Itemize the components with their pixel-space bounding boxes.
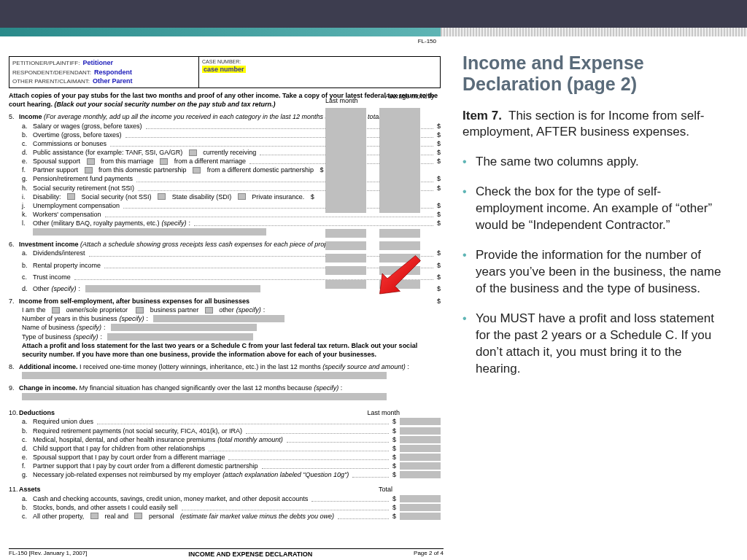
case-header-box: PETITIONER/PLAINTIFF:Petitioner RESPONDE… [9,56,441,88]
case-number: case number [202,66,246,73]
section-11: 11.AssetsTotal a.Cash and checking accou… [9,485,441,521]
col-avg-monthly: Average monthly [385,92,434,101]
slide-accent-stripe [0,28,747,36]
section-8: 8.Additional income. I received one-time… [9,362,441,380]
col-last-month: Last month [325,96,358,105]
bullet: Provide the information for the number o… [462,247,725,298]
form-code: FL-150 [9,38,436,46]
section-5: 5.Income (For average monthly, add up al… [9,112,441,236]
attach-instructions: Attach copies of your pay stubs for the … [9,91,441,109]
bullet: The same two columns apply. [462,154,725,171]
checkbox[interactable] [189,149,197,156]
form-footer: FL-150 [Rev. January 1, 2007]INCOME AND … [9,548,444,559]
section-7: 7.Income from self-employment, after bus… [9,297,441,359]
slide-title: Income and Expense Declaration (page 2) [462,52,725,95]
explainer-panel: Income and Expense Declaration (page 2) … [445,36,747,560]
section-9: 9.Change in income. My financial situati… [9,384,441,401]
slide-top-bar [0,0,747,28]
bullet: You MUST have a profit and loss statemen… [462,311,725,378]
bullet: Check the box for the type of self-emplo… [462,184,725,234]
section-10: 10.DeductionsLast month a.Required union… [9,408,441,479]
form-image: FL-150 PETITIONER/PLAINTIFF:Petitioner R… [0,36,445,560]
section-6: 6.Investment income (Attach a schedule s… [9,240,441,293]
